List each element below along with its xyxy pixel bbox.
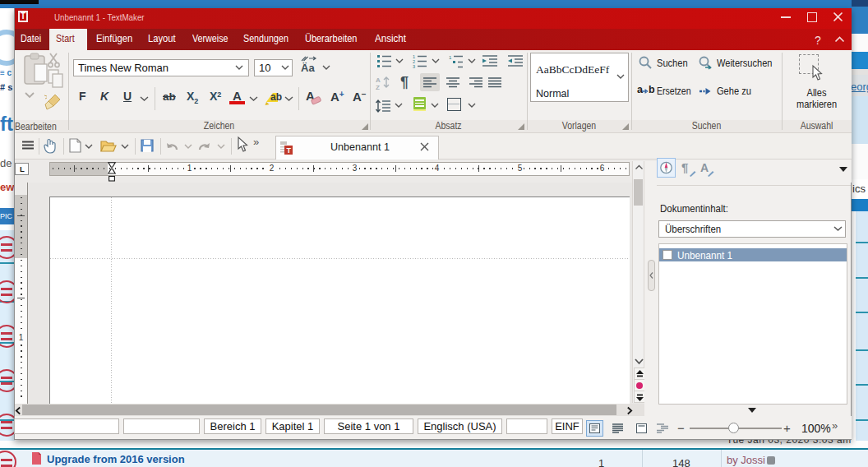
svg-text:T: T <box>287 146 292 155</box>
svg-text:A: A <box>376 76 381 84</box>
svg-text:Z: Z <box>376 84 380 91</box>
svg-text:1: 1 <box>449 55 452 60</box>
svg-text:3: 3 <box>413 64 415 69</box>
